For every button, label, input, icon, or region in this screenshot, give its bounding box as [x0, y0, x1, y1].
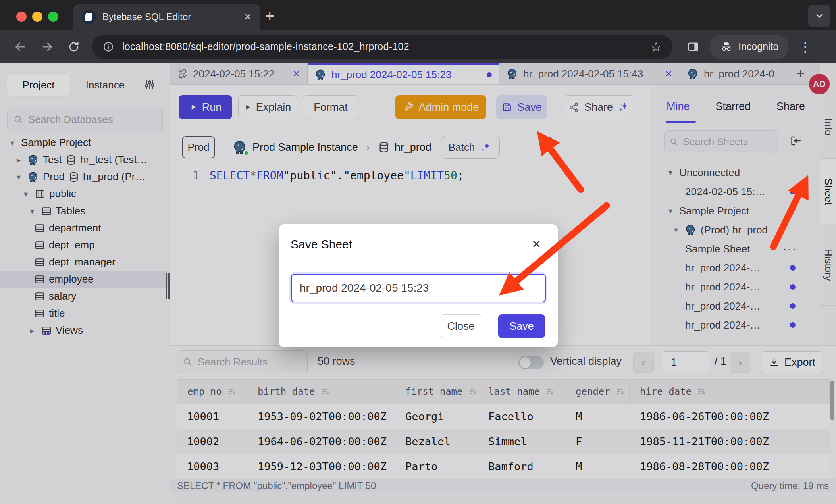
- window-zoom-button[interactable]: [48, 12, 58, 22]
- incognito-label: Incognito: [738, 41, 778, 52]
- back-button[interactable]: [13, 40, 27, 54]
- sheet-name-input[interactable]: hr_prod 2024-02-05 15:23: [291, 274, 546, 302]
- dialog-close-icon[interactable]: ✕: [532, 238, 541, 251]
- bookmark-star-icon[interactable]: ☆: [650, 39, 662, 55]
- browser-tab-title: Bytebase SQL Editor: [102, 12, 237, 23]
- browser-tab[interactable]: Bytebase SQL Editor ✕: [73, 4, 260, 30]
- url-text[interactable]: localhost:8080/sql-editor/prod-sample-in…: [122, 41, 642, 52]
- browser-toolbar: localhost:8080/sql-editor/prod-sample-in…: [0, 30, 836, 63]
- dialog-divider: [290, 263, 547, 263]
- side-panel-icon[interactable]: [687, 40, 699, 53]
- text-caret: [430, 281, 430, 295]
- reload-button[interactable]: [67, 40, 80, 53]
- address-bar[interactable]: localhost:8080/sql-editor/prod-sample-in…: [92, 35, 672, 59]
- incognito-icon: [720, 40, 733, 53]
- new-browser-tab-button[interactable]: +: [265, 7, 274, 25]
- bytebase-favicon: [82, 10, 96, 24]
- chevron-down-icon: [814, 10, 825, 21]
- tab-search-chevron-button[interactable]: [808, 5, 830, 27]
- dialog-title: Save Sheet: [291, 238, 352, 251]
- window-close-button[interactable]: [16, 12, 27, 22]
- browser-tab-close-icon[interactable]: ✕: [244, 12, 252, 23]
- browser-menu-icon[interactable]: ⋮: [798, 39, 812, 55]
- incognito-badge: Incognito: [710, 35, 789, 59]
- dialog-save-button[interactable]: Save: [498, 314, 545, 338]
- dialog-close-button[interactable]: Close: [440, 314, 482, 338]
- forward-button[interactable]: [40, 40, 54, 54]
- site-info-icon[interactable]: [102, 41, 114, 53]
- save-sheet-dialog: Save Sheet ✕ hr_prod 2024-02-05 15:23 Cl…: [279, 224, 558, 347]
- window-minimize-button[interactable]: [32, 12, 42, 22]
